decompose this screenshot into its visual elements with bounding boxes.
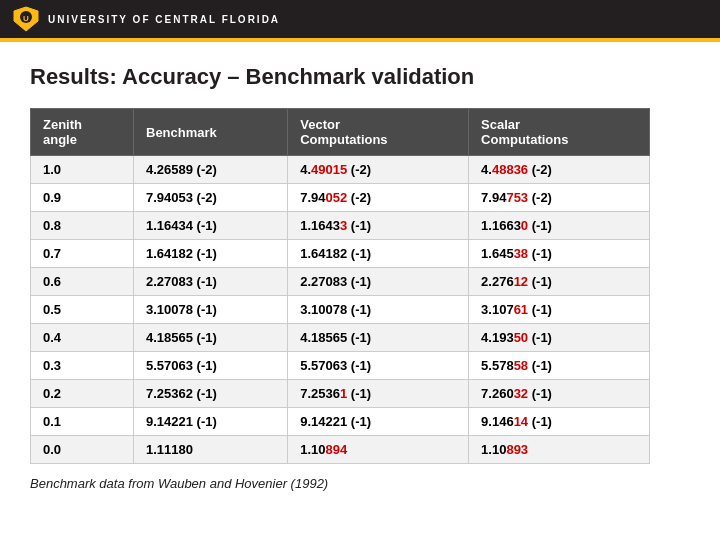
cell-scalar: 3.10761 (-1) bbox=[469, 296, 650, 324]
cell-vector: 4.18565 (-1) bbox=[288, 324, 469, 352]
vector-suffix-text: (-1) bbox=[347, 218, 371, 233]
scalar-normal-text: 1.645 bbox=[481, 246, 514, 261]
cell-zenith: 0.4 bbox=[31, 324, 134, 352]
vector-red-text: 052 bbox=[326, 190, 348, 205]
page-title: Results: Accuracy – Benchmark validation bbox=[30, 64, 690, 90]
cell-vector: 4.49015 (-2) bbox=[288, 156, 469, 184]
table-header-row: Zenithangle Benchmark VectorComputations… bbox=[31, 109, 650, 156]
cell-zenith: 0.8 bbox=[31, 212, 134, 240]
scalar-suffix-text: (-1) bbox=[528, 246, 552, 261]
col-header-scalar: ScalarComputations bbox=[469, 109, 650, 156]
cell-benchmark: 1.11180 bbox=[134, 436, 288, 464]
cell-vector: 3.10078 (-1) bbox=[288, 296, 469, 324]
scalar-normal-text: 1.10 bbox=[481, 442, 506, 457]
cell-zenith: 0.9 bbox=[31, 184, 134, 212]
benchmark-footer: Benchmark data from Wauben and Hovenier … bbox=[30, 476, 690, 491]
scalar-red-text: 12 bbox=[514, 274, 528, 289]
scalar-normal-text: 3.107 bbox=[481, 302, 514, 317]
scalar-red-text: 0 bbox=[521, 218, 528, 233]
vector-normal-text: 4. bbox=[300, 162, 311, 177]
scalar-normal-text: 1.1663 bbox=[481, 218, 521, 233]
vector-suffix-text: (-2) bbox=[347, 190, 371, 205]
cell-benchmark: 7.94053 (-2) bbox=[134, 184, 288, 212]
scalar-red-text: 38 bbox=[514, 246, 528, 261]
ucf-shield-icon: U bbox=[12, 5, 40, 33]
col-header-benchmark: Benchmark bbox=[134, 109, 288, 156]
col-header-zenith: Zenithangle bbox=[31, 109, 134, 156]
scalar-red-text: 753 bbox=[506, 190, 528, 205]
cell-zenith: 0.5 bbox=[31, 296, 134, 324]
cell-vector: 9.14221 (-1) bbox=[288, 408, 469, 436]
vector-normal-text: 7.2536 bbox=[300, 386, 340, 401]
vector-suffix-text: (-2) bbox=[347, 162, 371, 177]
cell-scalar: 2.27612 (-1) bbox=[469, 268, 650, 296]
scalar-suffix-text: (-1) bbox=[528, 218, 552, 233]
table-row: 0.81.16434 (-1)1.16433 (-1)1.16630 (-1) bbox=[31, 212, 650, 240]
vector-normal-text: 1.1643 bbox=[300, 218, 340, 233]
cell-scalar: 4.48836 (-2) bbox=[469, 156, 650, 184]
table-row: 0.35.57063 (-1)5.57063 (-1)5.57858 (-1) bbox=[31, 352, 650, 380]
table-row: 0.71.64182 (-1)1.64182 (-1)1.64538 (-1) bbox=[31, 240, 650, 268]
scalar-normal-text: 9.146 bbox=[481, 414, 514, 429]
cell-zenith: 0.0 bbox=[31, 436, 134, 464]
vector-suffix-text: (-1) bbox=[347, 386, 371, 401]
table-row: 1.04.26589 (-2)4.49015 (-2)4.48836 (-2) bbox=[31, 156, 650, 184]
scalar-red-text: 893 bbox=[506, 442, 528, 457]
cell-scalar: 1.64538 (-1) bbox=[469, 240, 650, 268]
cell-vector: 7.94052 (-2) bbox=[288, 184, 469, 212]
cell-scalar: 9.14614 (-1) bbox=[469, 408, 650, 436]
cell-zenith: 0.7 bbox=[31, 240, 134, 268]
scalar-suffix-text: (-1) bbox=[528, 386, 552, 401]
cell-vector: 7.25361 (-1) bbox=[288, 380, 469, 408]
scalar-suffix-text: (-1) bbox=[528, 302, 552, 317]
table-row: 0.62.27083 (-1)2.27083 (-1)2.27612 (-1) bbox=[31, 268, 650, 296]
scalar-suffix-text: (-2) bbox=[528, 162, 552, 177]
scalar-red-text: 50 bbox=[514, 330, 528, 345]
scalar-normal-text: 5.578 bbox=[481, 358, 514, 373]
cell-benchmark: 3.10078 (-1) bbox=[134, 296, 288, 324]
scalar-red-text: 48836 bbox=[492, 162, 528, 177]
cell-benchmark: 2.27083 (-1) bbox=[134, 268, 288, 296]
cell-vector: 1.10894 bbox=[288, 436, 469, 464]
cell-benchmark: 1.64182 (-1) bbox=[134, 240, 288, 268]
cell-vector: 1.16433 (-1) bbox=[288, 212, 469, 240]
svg-text:U: U bbox=[23, 14, 29, 23]
cell-zenith: 0.1 bbox=[31, 408, 134, 436]
cell-vector: 1.64182 (-1) bbox=[288, 240, 469, 268]
vector-red-text: 49015 bbox=[311, 162, 347, 177]
scalar-red-text: 32 bbox=[514, 386, 528, 401]
cell-scalar: 1.10893 bbox=[469, 436, 650, 464]
scalar-normal-text: 7.260 bbox=[481, 386, 514, 401]
vector-normal-text: 7.94 bbox=[300, 190, 325, 205]
table-row: 0.97.94053 (-2)7.94052 (-2)7.94753 (-2) bbox=[31, 184, 650, 212]
table-row: 0.53.10078 (-1)3.10078 (-1)3.10761 (-1) bbox=[31, 296, 650, 324]
cell-scalar: 7.94753 (-2) bbox=[469, 184, 650, 212]
cell-vector: 2.27083 (-1) bbox=[288, 268, 469, 296]
cell-benchmark: 9.14221 (-1) bbox=[134, 408, 288, 436]
ucf-logo: U UNIVERSITY OF CENTRAL FLORIDA bbox=[12, 5, 280, 33]
cell-benchmark: 7.25362 (-1) bbox=[134, 380, 288, 408]
vector-red-text: 894 bbox=[326, 442, 348, 457]
results-table: Zenithangle Benchmark VectorComputations… bbox=[30, 108, 650, 464]
cell-scalar: 7.26032 (-1) bbox=[469, 380, 650, 408]
cell-zenith: 0.6 bbox=[31, 268, 134, 296]
scalar-normal-text: 7.94 bbox=[481, 190, 506, 205]
cell-vector: 5.57063 (-1) bbox=[288, 352, 469, 380]
scalar-suffix-text: (-1) bbox=[528, 330, 552, 345]
cell-scalar: 1.16630 (-1) bbox=[469, 212, 650, 240]
cell-zenith: 1.0 bbox=[31, 156, 134, 184]
cell-benchmark: 1.16434 (-1) bbox=[134, 212, 288, 240]
main-content: Results: Accuracy – Benchmark validation… bbox=[0, 42, 720, 501]
header-bar: U UNIVERSITY OF CENTRAL FLORIDA bbox=[0, 0, 720, 38]
scalar-suffix-text: (-1) bbox=[528, 274, 552, 289]
scalar-red-text: 58 bbox=[514, 358, 528, 373]
table-row: 0.01.111801.108941.10893 bbox=[31, 436, 650, 464]
table-row: 0.19.14221 (-1)9.14221 (-1)9.14614 (-1) bbox=[31, 408, 650, 436]
vector-normal-text: 1.10 bbox=[300, 442, 325, 457]
scalar-normal-text: 4. bbox=[481, 162, 492, 177]
scalar-red-text: 61 bbox=[514, 302, 528, 317]
university-name: UNIVERSITY OF CENTRAL FLORIDA bbox=[48, 14, 280, 25]
scalar-suffix-text: (-1) bbox=[528, 358, 552, 373]
col-header-vector: VectorComputations bbox=[288, 109, 469, 156]
cell-benchmark: 5.57063 (-1) bbox=[134, 352, 288, 380]
